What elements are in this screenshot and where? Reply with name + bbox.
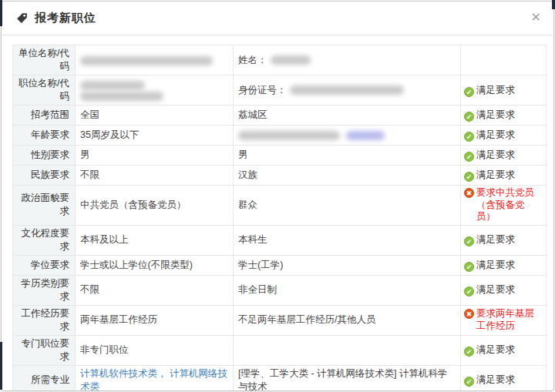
table-row-work-experience: 工作经历要求 两年基层工作经历 不足两年基层工作经历/其他人员 ✖要求两年基层工… xyxy=(13,305,547,335)
status-text: 满足要求 xyxy=(476,109,515,120)
table-row-political-status: 政治面貌要求 中共党员（含预备党员） 群众 ✖要求中共党员（含预备党员） xyxy=(13,186,547,226)
status-cell: ✔满足要求 xyxy=(461,166,547,186)
status-cell: ✔满足要求 xyxy=(461,75,547,106)
row-label: 学历类别要求 xyxy=(13,275,76,305)
cross-icon: ✖ xyxy=(464,309,474,319)
cross-icon: ✖ xyxy=(464,188,474,198)
dialog-title: 报考新职位 xyxy=(35,11,96,25)
table-row-required-major: 所需专业 计算机软件技术类， 计算机网络技术类 [理学、工学大类 - 计算机网络… xyxy=(13,365,547,391)
close-icon[interactable]: × xyxy=(531,11,541,23)
table-row-ethnicity: 民族要求 不限 汉族 ✔满足要求 xyxy=(13,166,547,186)
row-label: 文化程度要求 xyxy=(13,225,76,255)
name-label: 姓名： xyxy=(238,55,267,65)
table-row-age: 年龄要求 35周岁及以下 ✔满足要求 xyxy=(13,126,547,146)
apply-new-position-dialog: 报考新职位 × 单位名称/代码 姓名： 职位名称/代码 身份证号： ✔满足要求 … xyxy=(1,1,554,391)
requirement-cell: 不限 xyxy=(76,275,234,305)
row-label: 单位名称/代码 xyxy=(13,45,76,75)
id-number-label: 身份证号： xyxy=(238,85,287,95)
requirement-cell: 计算机软件技术类， 计算机网络技术类 xyxy=(76,365,234,391)
table-row-degree: 学位要求 学士或以上学位(不限类型) 学士(工学) ✔满足要求 xyxy=(13,255,547,275)
applicant-cell: 汉族 xyxy=(234,166,461,186)
status-cell: ✖要求中共党员（含预备党员） xyxy=(461,186,547,226)
applicant-cell: 男 xyxy=(234,146,461,166)
status-cell: ✔满足要求 xyxy=(461,146,547,166)
status-text: 满足要求 xyxy=(476,129,515,140)
applicant-cell xyxy=(234,126,461,146)
check-icon: ✔ xyxy=(464,87,474,97)
table-row-recruit-scope: 招考范围 全国 荔城区 ✔满足要求 xyxy=(13,106,547,126)
check-icon: ✔ xyxy=(464,172,474,182)
status-cell: ✔满足要求 xyxy=(461,225,547,255)
row-label: 专门职位要求 xyxy=(13,335,76,365)
requirement-cell: 两年基层工作经历 xyxy=(76,305,234,335)
redacted-text xyxy=(238,131,340,140)
applicant-cell: 非全日制 xyxy=(234,275,461,305)
table-row-education-level: 文化程度要求 本科及以上 本科生 ✔满足要求 xyxy=(13,225,547,255)
requirement-cell xyxy=(76,75,234,106)
status-cell: ✔满足要求 xyxy=(461,335,547,365)
major-category-link[interactable]: 计算机软件技术类， 计算机网络技术类 xyxy=(80,368,227,391)
requirements-table: 单位名称/代码 姓名： 职位名称/代码 身份证号： ✔满足要求 招考范围 全国 … xyxy=(12,45,547,391)
requirement-cell xyxy=(76,45,234,75)
page-edge-artifact xyxy=(552,0,555,9)
status-cell xyxy=(461,45,547,75)
row-label: 职位名称/代码 xyxy=(13,75,76,106)
status-text: 满足要求 xyxy=(476,284,515,295)
requirement-cell: 非专门职位 xyxy=(76,335,234,365)
row-label: 招考范围 xyxy=(13,106,76,126)
row-label: 政治面貌要求 xyxy=(13,186,76,226)
redacted-text xyxy=(80,56,213,65)
row-label: 性别要求 xyxy=(13,146,76,166)
status-cell: ✔满足要求 xyxy=(461,275,547,305)
applicant-cell: 不足两年基层工作经历/其他人员 xyxy=(234,305,461,335)
row-label: 所需专业 xyxy=(13,365,76,391)
check-icon: ✔ xyxy=(464,152,474,162)
page-edge-artifact xyxy=(0,342,2,390)
check-icon: ✔ xyxy=(464,286,474,297)
status-text: 满足要求 xyxy=(476,260,515,270)
status-text: 满足要求 xyxy=(476,85,515,95)
applicant-cell: 荔城区 xyxy=(234,106,461,126)
check-icon: ✔ xyxy=(464,112,474,122)
applicant-cell: 身份证号： xyxy=(234,75,461,106)
row-label: 学位要求 xyxy=(13,255,76,275)
requirement-cell: 全国 xyxy=(76,106,234,126)
redacted-text xyxy=(290,85,404,95)
dialog-header: 报考新职位 × xyxy=(2,2,553,35)
requirement-cell: 本科及以上 xyxy=(76,225,234,255)
requirement-cell: 男 xyxy=(76,146,234,166)
row-label: 年龄要求 xyxy=(13,126,76,146)
status-text: 要求两年基层工作经历 xyxy=(476,308,541,332)
check-icon: ✔ xyxy=(464,236,474,246)
table-row-position-name: 职位名称/代码 身份证号： ✔满足要求 xyxy=(13,75,547,106)
check-icon: ✔ xyxy=(464,347,474,357)
requirement-cell: 学士或以上学位(不限类型) xyxy=(76,255,234,275)
check-icon: ✔ xyxy=(464,377,474,387)
status-cell: ✖要求两年基层工作经历 xyxy=(461,305,547,335)
status-text: 要求中共党员（含预备党员） xyxy=(476,187,541,223)
status-text: 满足要求 xyxy=(476,374,515,385)
status-text: 满足要求 xyxy=(476,169,515,180)
status-text: 满足要求 xyxy=(476,344,515,355)
check-icon: ✔ xyxy=(464,132,474,142)
applicant-cell: 学士(工学) xyxy=(234,255,461,275)
table-row-special-position: 专门职位要求 非专门职位 ✔满足要求 xyxy=(13,335,547,365)
status-cell: ✔满足要求 xyxy=(461,106,547,126)
redacted-text xyxy=(80,92,163,101)
table-row-unit-name: 单位名称/代码 姓名： xyxy=(13,45,547,75)
status-text: 满足要求 xyxy=(476,234,515,245)
status-cell: ✔满足要求 xyxy=(461,365,547,391)
requirement-cell: 中共党员（含预备党员） xyxy=(76,186,234,226)
redacted-text xyxy=(346,131,385,140)
row-label: 工作经历要求 xyxy=(13,305,76,335)
table-row-gender: 性别要求 男 男 ✔满足要求 xyxy=(13,146,547,166)
table-row-education-type: 学历类别要求 不限 非全日制 ✔满足要求 xyxy=(13,275,547,305)
requirement-cell: 不限 xyxy=(76,166,234,186)
applicant-cell: 姓名： xyxy=(234,45,461,75)
applicant-cell: [理学、工学大类 - 计算机网络技术类] 计算机科学与技术 xyxy=(234,365,461,391)
tag-icon xyxy=(15,12,29,25)
redacted-text xyxy=(80,81,145,90)
status-text: 满足要求 xyxy=(476,149,515,160)
dialog-body: 单位名称/代码 姓名： 职位名称/代码 身份证号： ✔满足要求 招考范围 全国 … xyxy=(2,35,553,391)
applicant-cell xyxy=(234,335,461,365)
